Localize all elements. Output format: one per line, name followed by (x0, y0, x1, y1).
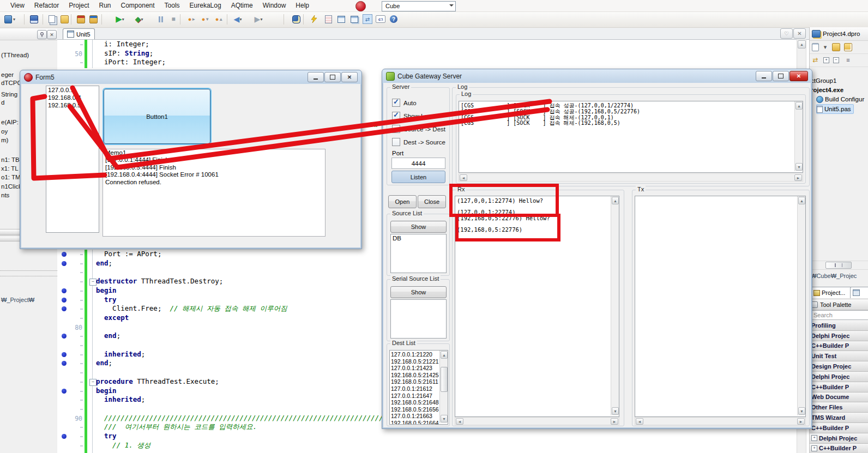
palette-category-delphiprojec[interactable]: Delphi Projec (810, 331, 868, 341)
palette-category-webdocume[interactable]: Web Docume (810, 392, 868, 403)
log-vscrollbar[interactable] (794, 101, 803, 171)
source-show-button[interactable]: Show (390, 221, 447, 233)
list-item[interactable]: 192.168.0.5:21425 (390, 372, 439, 379)
breakpoint-dot-icon[interactable] (62, 298, 67, 303)
expand-all-icon[interactable]: + (822, 56, 831, 64)
structure-node[interactable]: oy (1, 128, 8, 135)
collapse-all-icon[interactable]: − (831, 56, 841, 64)
breakpoint-dot-icon[interactable] (62, 261, 67, 266)
toolbar-run-eurekalog-icon[interactable]: ◆▾ (134, 14, 144, 25)
open-button[interactable]: Open (388, 195, 417, 208)
toolbar-command-prompt-icon[interactable]: c:\ (375, 14, 386, 25)
structure-node[interactable]: d (1, 99, 4, 106)
tree-item-roject4exe[interactable]: roject4.exe (811, 86, 843, 94)
palette-category-otherfiles[interactable]: Other Files (810, 402, 868, 413)
palette-category-cbuilderp[interactable]: C++Builder P (810, 382, 868, 392)
close-icon[interactable]: ✕ (341, 72, 358, 82)
toolbar-run-icon[interactable]: ▶▾ (114, 14, 125, 25)
list-item[interactable]: 127.0.0.1:21612 (390, 385, 439, 392)
menu-item-view[interactable]: View (5, 0, 29, 11)
toolbar-package-add-icon[interactable] (75, 14, 86, 25)
scroll-left-icon[interactable] (456, 418, 463, 425)
breakpoint-dot-icon[interactable] (62, 434, 67, 439)
sync-icon[interactable]: ⇄ (811, 56, 820, 64)
scroll-up-icon[interactable] (441, 351, 448, 359)
rx-hscrollbar[interactable] (455, 417, 619, 425)
menu-item-tools[interactable]: Tools (160, 0, 185, 11)
gateway-titlebar[interactable]: Cube Gateway Server (382, 69, 812, 83)
search-input[interactable]: Search (811, 310, 868, 320)
serial-show-button[interactable]: Show (390, 286, 447, 298)
toolbar-navigate-back-icon[interactable]: ◀▾ (232, 14, 243, 25)
scroll-down-icon[interactable] (798, 407, 805, 415)
tx-memo[interactable] (635, 196, 806, 417)
palette-category-cbuilderp[interactable]: +C++Builder P (810, 444, 868, 453)
scroll-down-icon[interactable] (795, 163, 803, 171)
form5-window[interactable]: Form5 ✕ 127.0.0.1192.168.0.4192.168.0.5 … (20, 70, 362, 249)
eurekalog-icon[interactable] (355, 1, 366, 11)
palette-category-unittest[interactable]: Unit Test (810, 351, 868, 361)
scroll-thumb[interactable] (441, 367, 448, 392)
dest-to-source-checkbox[interactable]: Dest -> Source (392, 138, 445, 146)
toolbar-save-icon[interactable] (28, 14, 39, 25)
list-item[interactable]: 192.168.0.5:21664 (390, 420, 439, 425)
palette-category-profiling[interactable]: Profiling (810, 321, 868, 331)
scroll-down-icon[interactable] (612, 407, 619, 415)
list-item[interactable]: 192.168.0.4 (46, 94, 99, 101)
toolbar-pause-icon[interactable] (155, 14, 166, 25)
target-platform-combo[interactable]: Cube (382, 1, 456, 11)
project-manager-title[interactable]: Project4.dpro (810, 27, 868, 41)
tool-palette-header[interactable]: Tool Palette (810, 299, 868, 310)
menu-item-refactor[interactable]: Refactor (29, 0, 64, 11)
toolbar-compile-book-icon[interactable] (291, 14, 302, 25)
tab-model-view[interactable] (850, 287, 868, 298)
scroll-right-icon[interactable] (797, 418, 805, 425)
scroll-right-icon[interactable] (794, 174, 802, 181)
list-item[interactable]: 192.168.0.5 (46, 101, 99, 109)
close-button[interactable]: Close (418, 195, 446, 208)
show-log-checkbox[interactable]: Show Log (392, 112, 431, 120)
maximize-icon[interactable] (773, 71, 789, 81)
breakpoint-dot-icon[interactable] (62, 389, 67, 394)
auto-checkbox[interactable]: Auto (392, 99, 417, 107)
scroll-left-icon[interactable] (636, 418, 643, 425)
breakpoint-dot-icon[interactable] (62, 361, 67, 366)
scroll-thumb[interactable] (825, 262, 852, 269)
pin-icon[interactable] (37, 30, 47, 39)
toolbar-copy-pages-icon[interactable] (46, 14, 57, 25)
toolbar-step-over-icon[interactable]: ●▼ (200, 14, 211, 25)
expand-icon[interactable]: + (811, 435, 817, 441)
toolbar-trace-into-icon[interactable]: ●► (186, 14, 197, 25)
scroll-up-icon[interactable] (795, 102, 803, 110)
close-icon[interactable]: ✕ (789, 71, 808, 81)
breakpoint-dot-icon[interactable] (62, 306, 67, 311)
tab-unit5[interactable]: Unit5 (63, 28, 95, 39)
add-file-icon[interactable] (843, 43, 853, 51)
list-view-icon[interactable]: ≡ (843, 56, 853, 64)
list-item[interactable]: 192.168.0.5:21221 (390, 358, 439, 365)
scroll-down-icon[interactable] (441, 415, 448, 422)
toolbar-view-units-icon[interactable] (323, 14, 334, 25)
breakpoint-dot-icon[interactable] (62, 252, 67, 257)
scroll-up-icon[interactable] (798, 197, 805, 204)
toolbar-view-forms-icon[interactable] (336, 14, 347, 25)
port-input[interactable]: 4444 (391, 158, 445, 169)
serial-listbox[interactable] (390, 299, 447, 339)
dest-vscrollbar[interactable] (439, 351, 448, 423)
chevron-down-icon[interactable]: ▾ (821, 43, 830, 51)
list-item[interactable]: 127.0.0.1:21647 (390, 392, 439, 400)
tree-item-unit5pas[interactable]: Unit5.pas (816, 104, 854, 114)
scroll-right-icon[interactable] (611, 418, 618, 425)
toolbar-help-icon[interactable]: ? (388, 14, 399, 25)
view-selector-icon[interactable]: ♡ (780, 28, 793, 39)
scroll-up-icon[interactable] (612, 197, 619, 204)
structure-node[interactable]: n1: TB (1, 156, 20, 163)
structure-node[interactable]: m) (1, 137, 8, 143)
close-icon[interactable]: ✕ (47, 30, 57, 39)
palette-category-cbuilderp[interactable]: C++Builder P (810, 423, 868, 433)
ip-listbox[interactable]: 127.0.0.1192.168.0.4192.168.0.5 (46, 86, 99, 233)
list-item[interactable]: 127.0.0.1:21220 (390, 351, 439, 358)
toolbar-build-lightning-icon[interactable] (309, 14, 320, 25)
breakpoint-dot-icon[interactable] (62, 352, 67, 357)
memo1[interactable]: Memo1[127.0.0.1:4444] Finish[192.168.0.5… (103, 149, 326, 237)
